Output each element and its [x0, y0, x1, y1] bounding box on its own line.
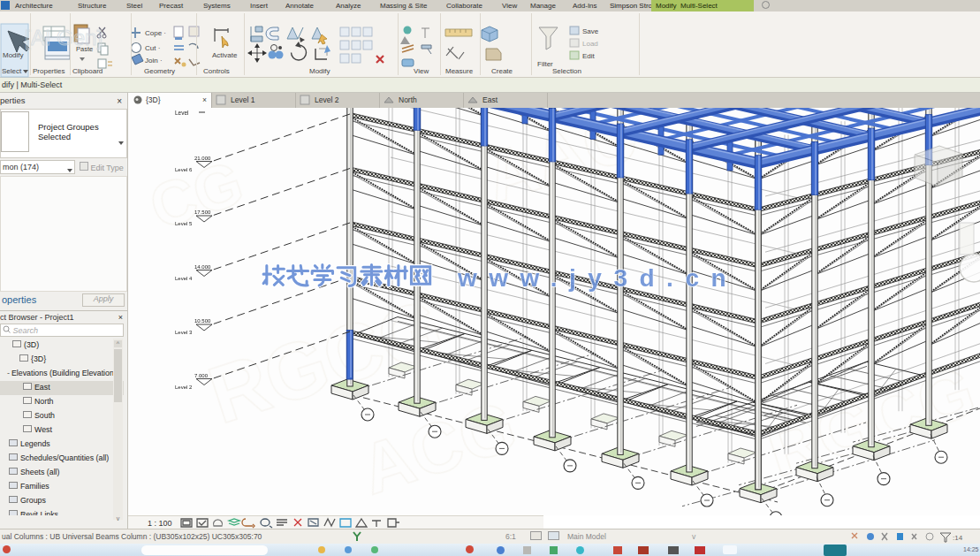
- svg-text:21.000: 21.000: [194, 156, 211, 161]
- svg-text:www.jy3d.cn: www.jy3d.cn: [457, 264, 738, 292]
- svg-text:CG: CG: [142, 149, 252, 243]
- svg-text:[AI Gen]: [AI Gen]: [25, 26, 103, 50]
- svg-text:Level 6: Level 6: [175, 167, 193, 172]
- svg-text:14.000: 14.000: [194, 264, 211, 270]
- svg-text:Join ·: Join ·: [145, 57, 163, 65]
- svg-text:Level 4: Level 4: [175, 276, 193, 281]
- svg-text:10.500: 10.500: [194, 318, 211, 324]
- svg-text:Load: Load: [582, 40, 598, 48]
- svg-text:17.500: 17.500: [194, 209, 211, 215]
- svg-text:Filter: Filter: [537, 60, 553, 68]
- svg-text:Level 2: Level 2: [175, 385, 193, 390]
- svg-text:7.000: 7.000: [194, 373, 209, 378]
- svg-text:Level 3: Level 3: [175, 330, 193, 335]
- svg-text:Cope ·: Cope ·: [145, 29, 166, 37]
- svg-text:Level 5: Level 5: [175, 221, 193, 226]
- svg-text:Activate: Activate: [212, 51, 238, 59]
- svg-text:Cut ·: Cut ·: [145, 44, 160, 52]
- svg-text::14: :14: [953, 534, 963, 542]
- svg-text:Modify: Modify: [3, 51, 24, 59]
- svg-text:Level: Level: [175, 110, 189, 116]
- svg-text:Save: Save: [582, 27, 599, 35]
- svg-text:Edit: Edit: [582, 52, 596, 60]
